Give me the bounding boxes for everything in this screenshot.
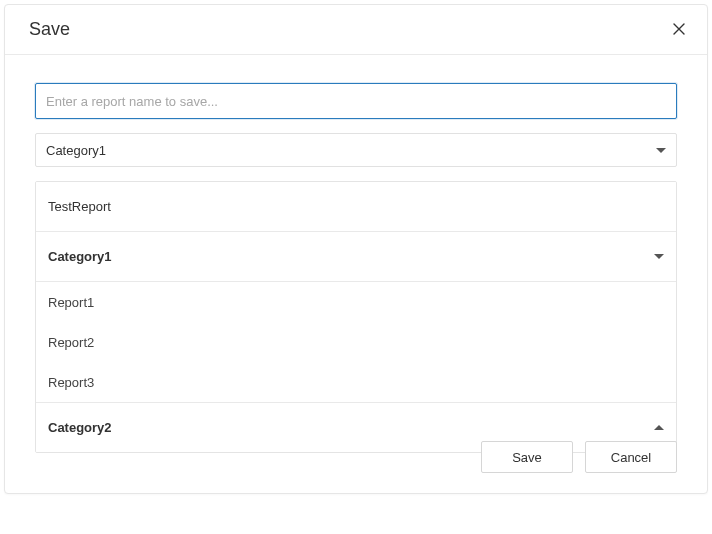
chevron-up-icon	[654, 425, 664, 430]
category-select[interactable]: Category1	[35, 133, 677, 167]
close-icon	[673, 21, 685, 39]
list-item[interactable]: TestReport	[36, 182, 676, 232]
category-header[interactable]: Category1	[36, 232, 676, 282]
close-button[interactable]	[669, 20, 689, 40]
cancel-button[interactable]: Cancel	[585, 441, 677, 473]
list-item-label: TestReport	[48, 199, 111, 214]
save-button-label: Save	[512, 450, 542, 465]
list-item-label: Report1	[48, 295, 94, 310]
save-button[interactable]: Save	[481, 441, 573, 473]
chevron-down-icon	[654, 254, 664, 259]
dialog-footer: Save Cancel	[481, 441, 677, 473]
category-select-value: Category1	[46, 143, 106, 158]
cancel-button-label: Cancel	[611, 450, 651, 465]
category-header-label: Category2	[48, 420, 112, 435]
report-name-input[interactable]	[35, 83, 677, 119]
category-header-label: Category1	[48, 249, 112, 264]
dialog-titlebar: Save	[5, 5, 707, 55]
chevron-down-icon	[656, 148, 666, 153]
dialog-body: Category1 TestReport Category1 Report1 R…	[5, 55, 707, 453]
list-item-label: Report3	[48, 375, 94, 390]
reports-listbox: TestReport Category1 Report1 Report2 Rep…	[35, 181, 677, 453]
list-item[interactable]: Report3	[36, 362, 676, 402]
save-dialog: Save Category1 TestReport Category1 Repo…	[4, 4, 708, 494]
dialog-title: Save	[29, 19, 70, 40]
list-item[interactable]: Report1	[36, 282, 676, 322]
list-item-label: Report2	[48, 335, 94, 350]
list-item[interactable]: Report2	[36, 322, 676, 362]
